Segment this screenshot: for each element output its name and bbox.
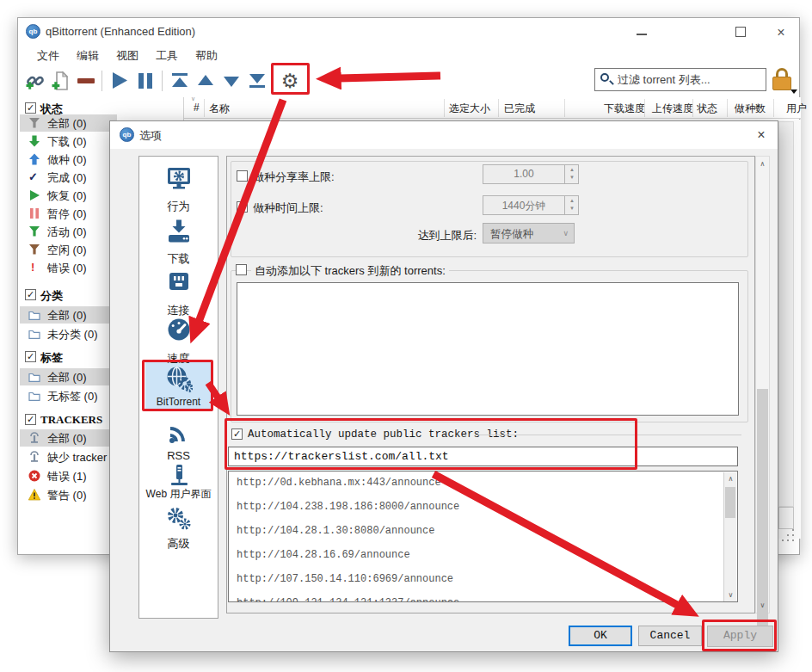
minimize-button[interactable]	[629, 23, 655, 42]
sidebar-item-status-inactive[interactable]: 空闲 (0)	[20, 241, 117, 258]
lock-button[interactable]	[770, 67, 796, 94]
delete-icon[interactable]	[77, 78, 95, 83]
sidebar-item-trackers-trackerless[interactable]: 缺少 tracker	[20, 448, 117, 465]
limit-action-dropdown[interactable]: 暂停做种 ∨	[483, 223, 575, 244]
chevron-down-icon: ∨	[563, 229, 569, 237]
scroll-up-icon[interactable]: ∧	[724, 475, 737, 483]
main-titlebar[interactable]: qb qBittorrent (Enhanced Edition) ×	[18, 18, 799, 46]
options-dialog: qb 选项 × 行为 下载	[109, 120, 778, 652]
limit-reached-label: 达到上限后:	[325, 228, 477, 244]
column-user[interactable]: 用户	[786, 102, 807, 116]
nav-downloads[interactable]: 下载	[138, 251, 218, 267]
sidebar-item-trackers-all[interactable]: 全部 (0)	[20, 429, 117, 447]
sidebar-item-status-completed[interactable]: ✓ 完成 (0)	[20, 169, 117, 186]
speed-icon[interactable]	[165, 316, 193, 343]
sidebar-item-trackers-error[interactable]: 错误 (1)	[20, 467, 117, 484]
menu-help[interactable]: 帮助	[187, 46, 226, 65]
rss-icon[interactable]	[165, 418, 193, 446]
sidebar-item-status-active[interactable]: 活动 (0)	[20, 223, 117, 240]
sidebar-item-category-uncategorized[interactable]: 未分类 (0)	[20, 325, 117, 342]
nav-behavior[interactable]: 行为	[138, 199, 218, 214]
add-torrent-link-icon[interactable]	[25, 71, 46, 91]
sidebar-item-tag-untagged[interactable]: 无标签 (0)	[20, 387, 117, 404]
move-bottom-icon[interactable]	[247, 71, 268, 91]
spin-down-icon[interactable]: ▼	[565, 206, 579, 211]
apply-button[interactable]: Apply	[707, 626, 773, 647]
auto-add-trackers-checkbox[interactable]	[236, 264, 247, 275]
menu-view[interactable]: 视图	[108, 46, 147, 65]
column-download-speed[interactable]: 下载速度	[604, 102, 645, 116]
tags-checkbox[interactable]: ✓	[25, 351, 36, 362]
bittorrent-icon[interactable]	[165, 365, 193, 392]
resume-icon[interactable]	[109, 71, 130, 91]
resize-grip[interactable]	[782, 529, 797, 545]
spin-up-icon[interactable]: ▲	[565, 198, 579, 203]
column-status[interactable]: 状态	[697, 102, 717, 116]
ratio-limit-checkbox[interactable]	[237, 170, 248, 182]
search-input[interactable]	[616, 70, 762, 89]
spin-down-icon[interactable]: ▼	[565, 175, 579, 180]
column-upload-speed[interactable]: 上传速度	[652, 102, 693, 116]
dialog-titlebar[interactable]: qb 选项 ×	[110, 121, 778, 149]
main-vertical-scrollbar[interactable]	[778, 121, 794, 507]
status-checkbox[interactable]: ✓	[25, 102, 36, 114]
check-icon: ✓	[28, 171, 40, 183]
dialog-scrollbar[interactable]: ∧ ∨	[755, 156, 770, 613]
trackers-to-add-textarea[interactable]	[237, 282, 739, 416]
nav-advanced[interactable]: 高级	[138, 536, 218, 552]
auto-add-trackers-label: 自动添加以下 trackers 到新的 torrents:	[251, 263, 449, 279]
sidebar-item-category-all[interactable]: 全部 (0)	[20, 306, 117, 324]
close-button[interactable]: ×	[768, 23, 794, 42]
options-gear-icon[interactable]: ⚙	[279, 71, 301, 91]
column-completed[interactable]: 已完成	[504, 102, 535, 116]
behavior-icon[interactable]	[165, 164, 193, 192]
column-seeds[interactable]: 做种数	[735, 102, 766, 116]
sidebar-item-trackers-warning[interactable]: 警告 (0)	[20, 486, 117, 503]
dialog-close-button[interactable]: ×	[748, 126, 774, 145]
sidebar-item-status-errored[interactable]: ! 错误 (0)	[20, 259, 117, 276]
scroll-down-icon[interactable]: ∨	[724, 591, 737, 599]
scroll-down-icon[interactable]: ∨	[756, 601, 769, 609]
advanced-icon[interactable]	[165, 505, 193, 533]
exclamation-icon: !	[31, 262, 43, 274]
scrollbar-thumb[interactable]	[725, 487, 735, 518]
tracker-list-scrollbar[interactable]: ∧ ∨	[723, 472, 736, 602]
downloads-icon[interactable]	[165, 218, 193, 245]
ok-button[interactable]: OK	[569, 626, 632, 646]
seeding-time-spinbox[interactable]: 1440分钟 ▲▼	[483, 195, 579, 215]
nav-rss[interactable]: RSS	[138, 449, 218, 462]
sidebar-item-tag-all[interactable]: 全部 (0)	[20, 368, 117, 385]
column-number[interactable]: #	[194, 102, 200, 114]
menu-tools[interactable]: 工具	[147, 46, 187, 65]
sidebar-item-status-downloading[interactable]: 下载 (0)	[20, 133, 117, 150]
sidebar-item-status-seeding[interactable]: 做种 (0)	[20, 151, 117, 168]
spin-up-icon[interactable]: ▲	[565, 167, 579, 172]
webui-icon[interactable]	[165, 462, 193, 490]
move-down-icon[interactable]	[221, 71, 242, 91]
menu-file[interactable]: 文件	[28, 46, 68, 65]
column-selected-size[interactable]: 选定大小	[449, 102, 490, 116]
sidebar-item-status-paused[interactable]: 暂停 (0)	[20, 205, 117, 222]
tracker-url: http://104.28.1.30:8080/announce	[237, 525, 434, 537]
add-torrent-file-icon[interactable]	[51, 71, 71, 91]
move-up-icon[interactable]	[195, 71, 216, 91]
trackers-checkbox[interactable]: ✓	[25, 414, 36, 425]
connection-icon[interactable]	[165, 268, 193, 295]
nav-bittorrent[interactable]: BitTorrent	[138, 396, 218, 408]
trackers-list-url-input[interactable]: https://trackerslist.com/all.txt	[228, 447, 738, 466]
maximize-button[interactable]	[728, 23, 754, 42]
sidebar-item-status-resumed[interactable]: 恢复 (0)	[20, 187, 117, 204]
ratio-limit-spinbox[interactable]: 1.00 ▲▼	[483, 164, 579, 184]
scrollbar-thumb[interactable]	[757, 389, 768, 628]
scroll-up-icon[interactable]: ∧	[756, 160, 769, 168]
pause-icon[interactable]	[135, 71, 156, 91]
sidebar-item-status-all[interactable]: 全部 (0)	[20, 114, 117, 132]
column-name[interactable]: 名称	[209, 102, 230, 116]
menu-edit[interactable]: 编辑	[68, 46, 108, 65]
seeding-time-checkbox[interactable]	[237, 201, 248, 213]
auto-update-trackers-checkbox[interactable]: ✓	[231, 428, 243, 440]
categories-checkbox[interactable]: ✓	[25, 289, 36, 300]
move-top-icon[interactable]	[169, 71, 190, 91]
cancel-button[interactable]: Cancel	[638, 626, 702, 646]
nav-webui[interactable]: Web 用户界面	[138, 487, 218, 502]
